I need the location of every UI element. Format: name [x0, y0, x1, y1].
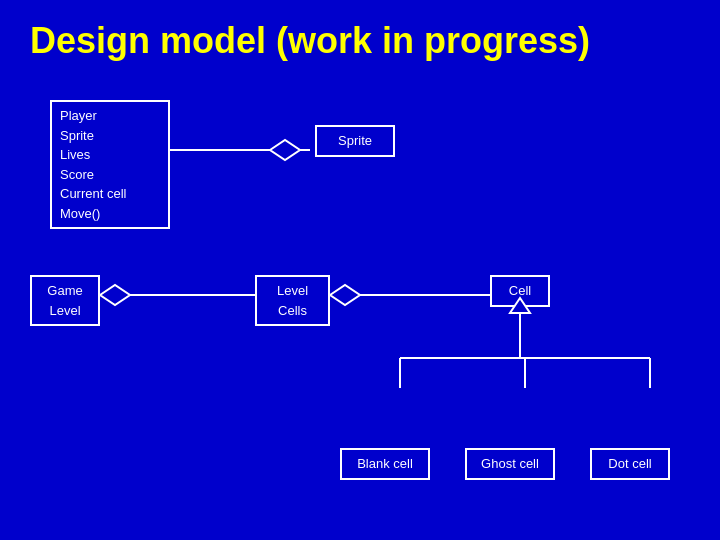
- svg-marker-1: [270, 140, 300, 160]
- player-line-3: Lives: [60, 145, 160, 165]
- player-line-1: Player: [60, 106, 160, 126]
- level-cells-label-1: Level: [265, 281, 320, 301]
- player-line-6: Move(): [60, 204, 160, 224]
- svg-marker-5: [330, 285, 360, 305]
- dot-cell-label: Dot cell: [600, 454, 660, 474]
- player-line-5: Current cell: [60, 184, 160, 204]
- blank-cell-class-box: Blank cell: [340, 448, 430, 480]
- diagram-area: Player Sprite Lives Score Current cell M…: [0, 80, 720, 540]
- level-cells-label-2: Cells: [265, 301, 320, 321]
- cell-inheritance-connector: [370, 298, 680, 458]
- ghost-cell-label: Ghost cell: [475, 454, 545, 474]
- player-line-4: Score: [60, 165, 160, 185]
- svg-marker-8: [510, 298, 530, 313]
- player-class-box: Player Sprite Lives Score Current cell M…: [50, 100, 170, 229]
- title: Design model (work in progress): [0, 0, 720, 72]
- level-label: Level: [40, 301, 90, 321]
- svg-marker-3: [100, 285, 130, 305]
- sprite-label: Sprite: [325, 131, 385, 151]
- player-line-2: Sprite: [60, 126, 160, 146]
- game-level-class-box: Game Level: [30, 275, 100, 326]
- player-sprite-connector: [170, 135, 310, 165]
- game-label: Game: [40, 281, 90, 301]
- blank-cell-label: Blank cell: [350, 454, 420, 474]
- ghost-cell-class-box: Ghost cell: [465, 448, 555, 480]
- dot-cell-class-box: Dot cell: [590, 448, 670, 480]
- sprite-class-box: Sprite: [315, 125, 395, 157]
- level-cells-class-box: Level Cells: [255, 275, 330, 326]
